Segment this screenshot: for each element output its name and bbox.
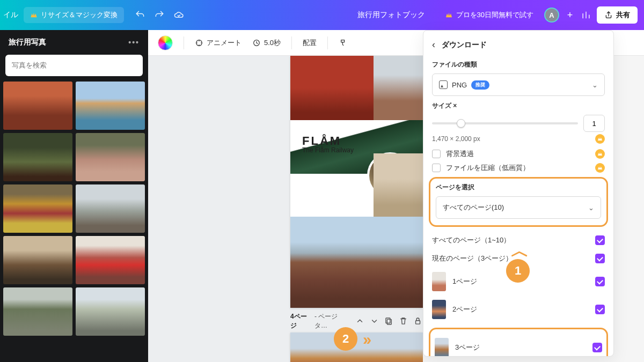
animate-button[interactable]: アニメート [195,38,241,48]
file-type-label: ファイルの種類 [432,60,605,69]
page-thumb-icon [435,338,449,357]
resize-magic-label: リサイズ＆マジック変換 [41,10,118,20]
redo-icon[interactable] [154,10,165,20]
checked-icon[interactable] [595,305,605,314]
size-label: サイズ × [432,101,605,110]
page-strip: 4ページ - ページタ… [290,313,423,329]
page-thumb-icon [432,272,446,291]
dimensions-text: 1,470 × 2,000 px [432,135,480,143]
page-down-icon[interactable] [369,315,379,327]
photo-thumb[interactable] [3,287,72,336]
file-type-value: PNG [452,81,467,89]
back-icon[interactable]: ‹ [432,39,435,50]
lock-page-icon[interactable] [413,315,423,327]
top-bar: イル リサイズ＆マジック変換 旅行用フォトブック プロを30日間無料で試す A … [0,0,644,30]
pro-feature-icon [595,134,605,144]
file-type-select[interactable]: PNG 推奨 ⌄ [432,73,605,96]
download-panel: ‹ ダウンロード ファイルの種類 PNG 推奨 ⌄ サイズ × 1 1,470 … [423,30,614,357]
done-section: 3ページ 完了 [429,328,608,357]
checked-icon[interactable] [595,277,605,286]
size-value-input[interactable]: 1 [583,115,605,132]
page-up-icon[interactable] [355,315,365,327]
svg-rect-3 [386,318,390,323]
document-title[interactable]: 旅行用フォトブック [357,10,425,20]
insights-icon[interactable] [581,10,591,20]
cloud-sync-icon[interactable] [173,10,184,20]
page-preview[interactable]: FLÅM The Flåm Railway [290,56,423,308]
try-pro-label: プロを30日間無料で試す [456,10,533,20]
checked-icon[interactable] [595,254,605,263]
share-label: 共有 [616,10,630,20]
photo-thumb[interactable] [76,287,145,336]
delete-page-icon[interactable] [398,315,408,327]
left-photos-panel: 旅行用写真 ••• 写真を検索 ◂ [0,30,148,362]
photo-thumb[interactable] [76,236,145,284]
checkbox-icon[interactable] [432,164,441,172]
style-copy-icon[interactable] [339,39,347,47]
checkbox-icon[interactable] [432,150,441,158]
animate-icon [195,39,203,47]
search-input[interactable]: 写真を検索 [5,55,143,76]
annotation-badge-1: 1 [506,259,530,283]
photo-thumb[interactable] [3,82,72,130]
page-select-label: ページを選択 [436,183,601,192]
recommended-badge: 推奨 [471,80,489,90]
color-picker-button[interactable] [158,35,173,50]
collage-photo[interactable] [374,153,423,218]
undo-icon[interactable] [135,10,145,20]
svg-rect-4 [415,321,420,324]
collage-photo[interactable] [374,56,423,120]
position-button[interactable]: 配置 [303,38,317,48]
chevron-down-icon: ⌄ [592,81,598,89]
try-pro-button[interactable]: プロを30日間無料で試す [440,7,539,23]
page-thumb-icon [432,300,446,319]
crown-icon [445,11,453,19]
collage-photo[interactable] [290,217,423,308]
image-file-icon [439,80,448,89]
share-icon [604,11,613,19]
duration-button[interactable]: 5.0秒 [252,38,281,48]
transparent-bg-option[interactable]: 背景透過 [432,149,605,159]
slider-knob[interactable] [457,119,465,128]
page-select-section: ページを選択 すべてのページ(10) ⌄ [429,177,608,227]
photo-thumb[interactable] [3,133,72,181]
checked-icon[interactable] [592,343,602,352]
crown-icon [30,11,38,19]
canvas-area[interactable]: FLÅM The Flåm Railway 4ページ - ページタ… [148,56,423,362]
page-select-value: すべてのページ(10) [443,203,504,212]
clock-icon [252,39,261,47]
size-slider[interactable] [432,122,578,124]
search-placeholder: 写真を検索 [12,61,47,70]
pro-feature-icon [595,163,605,173]
avatar[interactable]: A [544,8,559,23]
chevron-down-icon: ⌄ [588,204,594,212]
page-select-dropdown[interactable]: すべてのページ(10) ⌄ [436,196,601,219]
compress-file-option[interactable]: ファイルを圧縮（低画質） [432,163,605,173]
download-title: ダウンロード [442,40,487,50]
photo-thumb[interactable] [76,133,145,181]
page-number-label: 4ページ [290,312,310,330]
page-option[interactable]: 2ページ [432,300,605,319]
svg-rect-2 [387,320,391,325]
photo-thumb[interactable] [3,184,72,233]
add-member-button[interactable]: + [565,10,575,20]
photo-thumb[interactable] [3,236,72,284]
duplicate-page-icon[interactable] [384,315,394,327]
sign-text-small: The Flåm Railway [302,146,354,154]
annotation-right-arrow-icon: › › [363,330,368,349]
panel-more-icon[interactable]: ••• [128,38,140,47]
page-option[interactable]: 3ページ [435,338,602,357]
file-menu-truncated[interactable]: イル [3,10,18,20]
photo-thumbnails [0,82,148,336]
checked-icon[interactable] [595,235,605,245]
panel-title: 旅行用写真 [9,38,46,47]
annotation-badge-2: 2 [334,327,357,351]
pro-feature-icon [595,149,605,159]
photo-thumb[interactable] [76,82,145,130]
resize-magic-button[interactable]: リサイズ＆マジック変換 [24,7,124,23]
photo-thumb[interactable] [76,184,145,233]
share-button[interactable]: 共有 [597,6,638,24]
